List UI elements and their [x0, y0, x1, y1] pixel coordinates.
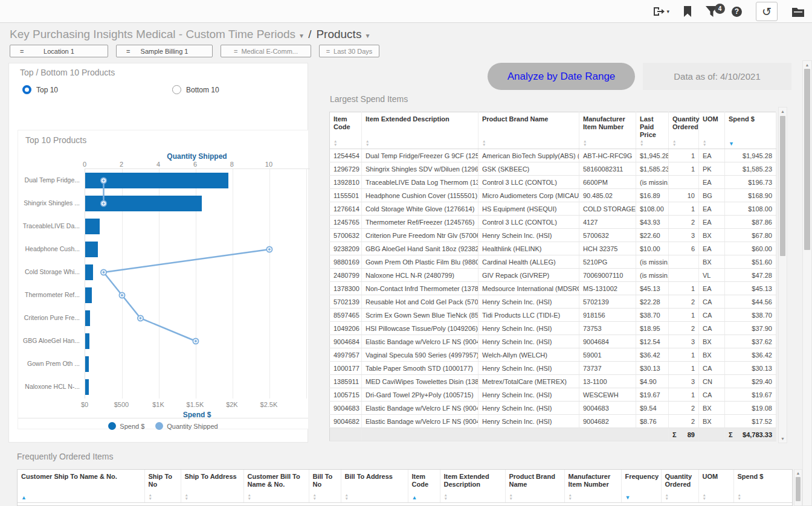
- sort-icon[interactable]: ▲▼: [665, 493, 695, 501]
- page-scrollbar[interactable]: ▲: [802, 60, 812, 506]
- column-header-bill-to-address[interactable]: Bill To Address▲▼: [341, 470, 408, 503]
- filter-chip[interactable]: =Last 30 Days: [319, 45, 379, 57]
- legend-item[interactable]: Quantity Shipped: [155, 422, 218, 430]
- column-header-product-brand-name[interactable]: Product Brand Name▲▼: [478, 112, 579, 149]
- table-cell: 70069007110: [579, 269, 636, 282]
- scrollbar-thumb[interactable]: [804, 69, 810, 250]
- column-header-quantity-ordered[interactable]: Quantity Ordered▲▼: [661, 470, 698, 503]
- table-cell: [699, 428, 725, 441]
- sort-icon[interactable]: ▲▼: [444, 493, 501, 501]
- table-cell: 1049206: [330, 322, 362, 335]
- sort-icon[interactable]: ▲▼: [185, 493, 240, 501]
- filter-icon[interactable]: 4: [706, 6, 718, 17]
- column-header-frequency[interactable]: Frequency▼: [621, 470, 661, 503]
- column-header-last-paid-price[interactable]: Last Paid Price▲▼: [636, 112, 669, 149]
- radio-top-10[interactable]: Top 10: [22, 85, 58, 94]
- dashboard-title-dropdown[interactable]: Key Purchasing Insights Medical - Custom…: [10, 28, 303, 41]
- section-dropdown[interactable]: Products ▾: [316, 28, 369, 41]
- scroll-up-icon[interactable]: ▲: [794, 471, 802, 475]
- column-label: Item Extended Description: [366, 115, 474, 123]
- help-icon[interactable]: ?: [732, 7, 742, 17]
- filter-chip[interactable]: =Medical E-Comm...: [221, 45, 311, 57]
- sort-icon[interactable]: ▲▼: [569, 493, 617, 501]
- scroll-down-icon[interactable]: ▼: [779, 437, 787, 441]
- scrollbar-thumb[interactable]: [796, 477, 801, 501]
- column-header-manufacturer-item-number[interactable]: Manufacturer Item Number▲▼: [579, 112, 636, 149]
- radio-label: Bottom 10: [186, 86, 219, 94]
- table-cell: EA: [699, 216, 725, 229]
- export-icon[interactable]: ▾: [652, 6, 669, 17]
- table-cell: 1: [669, 162, 699, 176]
- table-row: 1155501Headphone Cushion Cover (1155501)…: [330, 189, 776, 202]
- table-cell: 1276614: [330, 202, 362, 216]
- filter-label: Location 1: [44, 48, 74, 55]
- table-cell: 4127: [579, 216, 636, 229]
- table-cell: 9004682: [330, 415, 362, 428]
- sort-icon[interactable]: ▲▼: [313, 493, 337, 501]
- sort-icon[interactable]: ▲▼: [248, 493, 305, 501]
- column-header-product-brand-name[interactable]: Product Brand Name▲▼: [505, 470, 564, 503]
- sort-icon[interactable]: ▲▼: [703, 139, 721, 147]
- scrollbar-thumb[interactable]: [780, 116, 785, 256]
- table-cell: $16.89: [636, 189, 669, 202]
- sort-icon[interactable]: ▲▼: [482, 139, 575, 147]
- table-cell: 9004683: [579, 402, 636, 415]
- folder-icon[interactable]: [791, 7, 805, 17]
- bookmark-icon[interactable]: [683, 6, 692, 17]
- column-header-spend[interactable]: Spend $▼: [725, 112, 776, 149]
- column-header-uom[interactable]: UOM▲▼: [699, 112, 725, 149]
- column-label: Quantity Ordered: [665, 473, 695, 488]
- filter-label: Sample Billing 1: [141, 48, 188, 55]
- radio-bottom-10[interactable]: Bottom 10: [172, 85, 219, 94]
- sort-icon[interactable]: ▲▼: [672, 139, 695, 147]
- table-cell: COLD STORAGE: [579, 202, 636, 216]
- legend-item[interactable]: Spend $: [108, 422, 144, 430]
- scroll-up-icon[interactable]: ▲: [779, 109, 787, 114]
- table-cell: TraceableLIVE Data Log Thermom (139...: [362, 176, 478, 189]
- column-header-item-extended-description[interactable]: Item Extended Description▲▼: [362, 112, 478, 149]
- sort-icon[interactable]: ▲▼: [738, 493, 790, 501]
- sort-icon[interactable]: ▲▼: [583, 139, 632, 147]
- table-cell: CA: [699, 322, 725, 335]
- scroll-up-icon[interactable]: ▲: [803, 63, 811, 67]
- sort-desc-icon[interactable]: ▼: [625, 495, 657, 501]
- sort-icon[interactable]: ▲▼: [366, 139, 474, 147]
- column-header-bill-to-no[interactable]: Bill To No▲▼: [309, 470, 341, 503]
- table-cell: Henry Schein Inc. (HSI): [478, 388, 579, 402]
- table-cell: [362, 428, 478, 441]
- sort-asc-icon[interactable]: ▲: [412, 495, 436, 501]
- refresh-icon[interactable]: ↺: [756, 2, 778, 21]
- sort-icon[interactable]: ▲▼: [334, 139, 358, 147]
- sort-icon[interactable]: ▲▼: [149, 493, 177, 501]
- column-header-ship-to-no[interactable]: Ship To No▲▼: [144, 470, 181, 503]
- sort-icon[interactable]: ▲▼: [640, 139, 665, 147]
- table-cell: HS Equipment (HSEQUI): [478, 202, 579, 216]
- table-cell: 8597465: [330, 309, 362, 322]
- filter-chip[interactable]: =Sample Billing 1: [116, 45, 213, 57]
- filter-chip[interactable]: =Location 1: [10, 45, 108, 57]
- column-header-spend[interactable]: Spend $▲▼: [733, 470, 793, 503]
- column-label: Manufacturer Item Number: [569, 473, 617, 488]
- table-scrollbar[interactable]: ▲ ▼: [778, 107, 787, 443]
- sort-desc-icon[interactable]: ▼: [729, 141, 772, 147]
- sort-icon[interactable]: ▲▼: [703, 493, 730, 501]
- column-header-manufacturer-item-number[interactable]: Manufacturer Item Number▲▼: [564, 470, 621, 503]
- sort-icon[interactable]: ▲▼: [345, 493, 404, 501]
- column-header-customer-ship-to-name-no[interactable]: Customer Ship To Name & No.▲: [18, 470, 144, 503]
- sort-asc-icon[interactable]: ▲: [21, 495, 141, 501]
- table-cell: 9238209: [330, 242, 362, 255]
- sort-icon[interactable]: ▲▼: [509, 493, 561, 501]
- column-header-item-code[interactable]: Item Code▲: [408, 470, 440, 503]
- analyze-by-date-range-button[interactable]: Analyze by Date Range: [488, 63, 635, 90]
- bottom-table-scrollbar[interactable]: ▲: [794, 469, 802, 506]
- column-header-item-code[interactable]: Item Code▲▼: [330, 112, 362, 149]
- column-header-quantity-ordered[interactable]: Quantity Ordered▲▼: [669, 112, 699, 149]
- column-header-ship-to-address[interactable]: Ship To Address▲▼: [181, 470, 243, 503]
- table-cell: Dual Temp Fridge/Freezer G 9CF (1254...: [362, 149, 478, 162]
- column-label: Customer Bill To Name & No.: [248, 473, 305, 488]
- column-header-uom[interactable]: UOM▲▼: [698, 470, 733, 503]
- table-cell: VL: [699, 269, 725, 282]
- column-header-item-extended-description[interactable]: Item Extended Description▲▼: [440, 470, 505, 503]
- column-label: Spend $: [729, 115, 772, 123]
- column-header-customer-bill-to-name-no[interactable]: Customer Bill To Name & No.▲▼: [243, 470, 309, 503]
